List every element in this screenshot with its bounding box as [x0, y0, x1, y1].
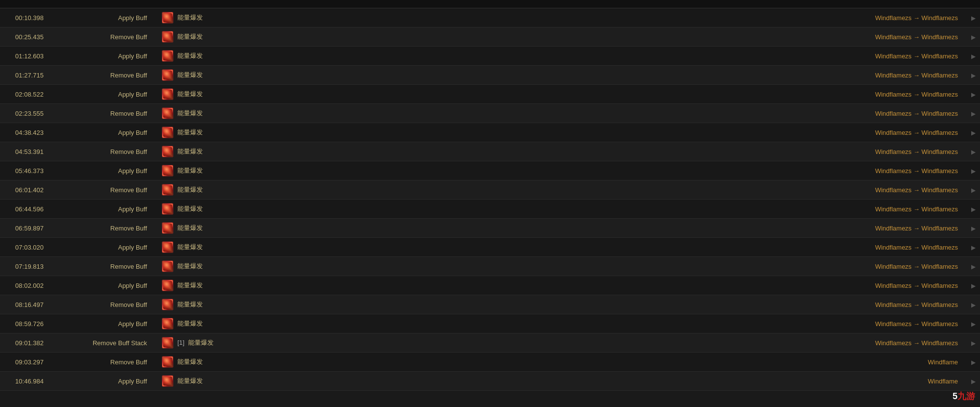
expand-icon[interactable]: ▶	[971, 282, 976, 289]
source-target-cell: Windflamezs → Windflamezs	[818, 276, 965, 295]
expand-button[interactable]: ▶	[965, 219, 980, 238]
type-cell: Apply Buff	[59, 372, 157, 391]
expand-button[interactable]: ▶	[965, 276, 980, 295]
expand-button[interactable]: ▶	[965, 142, 980, 161]
expand-icon[interactable]: ▶	[971, 302, 976, 308]
expand-icon[interactable]: ▶	[971, 15, 976, 22]
ability-cell: 能量爆发	[157, 219, 818, 238]
table-row[interactable]: 06:01.402Remove Buff能量爆发Windflamezs → Wi…	[0, 180, 980, 200]
ability-cell: [1] 能量爆发	[157, 333, 818, 353]
table-row[interactable]: 08:59.726Apply Buff能量爆发Windflamezs → Win…	[0, 314, 980, 333]
table-row[interactable]: 04:38.423Apply Buff能量爆发Windflamezs → Win…	[0, 123, 980, 142]
expand-button[interactable]: ▶	[965, 257, 980, 276]
table-row[interactable]: 01:27.715Remove Buff能量爆发Windflamezs → Wi…	[0, 66, 980, 85]
time-cell: 00:25.435	[0, 27, 59, 47]
type-cell: Remove Buff Stack	[59, 333, 157, 353]
table-row[interactable]: 01:12.603Apply Buff能量爆发Windflamezs → Win…	[0, 47, 980, 66]
ability-cell: 能量爆发	[157, 314, 818, 333]
table-row[interactable]: 02:23.555Remove Buff能量爆发Windflamezs → Wi…	[0, 104, 980, 123]
expand-button[interactable]: ▶	[965, 180, 980, 200]
ability-cell: 能量爆发	[157, 27, 818, 47]
expand-icon[interactable]: ▶	[971, 359, 976, 366]
type-header	[59, 0, 157, 8]
expand-icon[interactable]: ▶	[971, 53, 976, 60]
ability-icon	[162, 280, 173, 291]
source-target-cell: Windflamezs → Windflamezs	[818, 142, 965, 161]
expand-button[interactable]: ▶	[965, 161, 980, 180]
ability-cell: 能量爆发	[157, 161, 818, 180]
table-row[interactable]: 00:10.398Apply Buff能量爆发Windflamezs → Win…	[0, 8, 980, 27]
expand-icon[interactable]: ▶	[971, 110, 976, 117]
source-target-cell: Windflamezs → Windflamezs	[818, 238, 965, 257]
expand-icon[interactable]: ▶	[971, 149, 976, 155]
type-cell: Remove Buff	[59, 295, 157, 314]
type-cell: Apply Buff	[59, 314, 157, 333]
table-row[interactable]: 00:25.435Remove Buff能量爆发Windflamezs → Wi…	[0, 27, 980, 47]
table-row[interactable]: 04:53.391Remove Buff能量爆发Windflamezs → Wi…	[0, 142, 980, 161]
expand-button[interactable]: ▶	[965, 8, 980, 27]
expand-button[interactable]: ▶	[965, 85, 980, 104]
expand-button[interactable]: ▶	[965, 353, 980, 372]
source-target-cell: Windflamezs → Windflamezs	[818, 314, 965, 333]
expand-icon[interactable]: ▶	[971, 225, 976, 232]
ability-cell: 能量爆发	[157, 66, 818, 85]
expand-button[interactable]: ▶	[965, 295, 980, 314]
ability-icon	[162, 337, 173, 349]
table-row[interactable]: 07:19.813Remove Buff能量爆发Windflamezs → Wi…	[0, 257, 980, 276]
table-row[interactable]: 08:02.002Apply Buff能量爆发Windflamezs → Win…	[0, 276, 980, 295]
expand-button[interactable]: ▶	[965, 104, 980, 123]
expand-icon[interactable]: ▶	[971, 168, 976, 175]
expand-icon[interactable]: ▶	[971, 129, 976, 136]
expand-button[interactable]: ▶	[965, 27, 980, 47]
table-row[interactable]: 06:59.897Remove Buff能量爆发Windflamezs → Wi…	[0, 219, 980, 238]
type-cell: Remove Buff	[59, 104, 157, 123]
expand-icon[interactable]: ▶	[971, 91, 976, 98]
ability-cell: 能量爆发	[157, 180, 818, 200]
table-row[interactable]: 09:03.297Remove Buff能量爆发Windflame▶	[0, 353, 980, 372]
expand-icon[interactable]: ▶	[971, 34, 976, 41]
expand-button[interactable]: ▶	[965, 66, 980, 85]
table-row[interactable]: 05:46.373Apply Buff能量爆发Windflamezs → Win…	[0, 161, 980, 180]
expand-icon[interactable]: ▶	[971, 340, 976, 347]
expand-button[interactable]: ▶	[965, 200, 980, 219]
time-cell: 07:19.813	[0, 257, 59, 276]
expand-button[interactable]: ▶	[965, 314, 980, 333]
expand-icon[interactable]: ▶	[971, 378, 976, 385]
expand-button[interactable]: ▶	[965, 333, 980, 353]
expand-button[interactable]: ▶	[965, 372, 980, 391]
ability-name: [1] 能量爆发	[177, 338, 214, 347]
expand-icon[interactable]: ▶	[971, 263, 976, 270]
table-row[interactable]: 08:16.497Remove Buff能量爆发Windflamezs → Wi…	[0, 295, 980, 314]
ability-icon	[162, 260, 173, 272]
table-row[interactable]: 06:44.596Apply Buff能量爆发Windflamezs → Win…	[0, 200, 980, 219]
ability-icon	[162, 12, 173, 24]
expand-icon[interactable]: ▶	[971, 206, 976, 213]
expand-button[interactable]: ▶	[965, 47, 980, 66]
source-target-cell: Windflamezs → Windflamezs	[818, 257, 965, 276]
ability-header	[157, 0, 818, 8]
expand-icon[interactable]: ▶	[971, 187, 976, 194]
ability-icon	[162, 356, 173, 368]
event-log-table: 00:10.398Apply Buff能量爆发Windflamezs → Win…	[0, 0, 980, 407]
ability-icon	[162, 203, 173, 215]
type-cell: Remove Buff	[59, 219, 157, 238]
table-row[interactable]: 09:01.382Remove Buff Stack[1] 能量爆发Windfl…	[0, 333, 980, 353]
source-target-cell: Windflamezs → Windflamezs	[818, 47, 965, 66]
expand-icon[interactable]: ▶	[971, 321, 976, 328]
time-cell: 06:44.596	[0, 200, 59, 219]
source-target-cell: Windflamezs → Windflamezs	[818, 295, 965, 314]
expand-icon[interactable]: ▶	[971, 244, 976, 251]
source-target-cell: Windflamezs → Windflamezs	[818, 27, 965, 47]
ability-name: 能量爆发	[177, 109, 203, 118]
source-target-cell: Windflamezs → Windflamezs	[818, 66, 965, 85]
expand-button[interactable]: ▶	[965, 123, 980, 142]
ability-name: 能量爆发	[177, 51, 203, 60]
table-row[interactable]: 07:03.020Apply Buff能量爆发Windflamezs → Win…	[0, 238, 980, 257]
expand-icon[interactable]: ▶	[971, 72, 976, 79]
table-row[interactable]: 10:46.984Apply Buff能量爆发Windflame▶	[0, 372, 980, 391]
table-row[interactable]: 02:08.522Apply Buff能量爆发Windflamezs → Win…	[0, 85, 980, 104]
expand-header	[965, 0, 980, 8]
time-cell: 00:10.398	[0, 8, 59, 27]
time-cell: 04:38.423	[0, 123, 59, 142]
expand-button[interactable]: ▶	[965, 238, 980, 257]
